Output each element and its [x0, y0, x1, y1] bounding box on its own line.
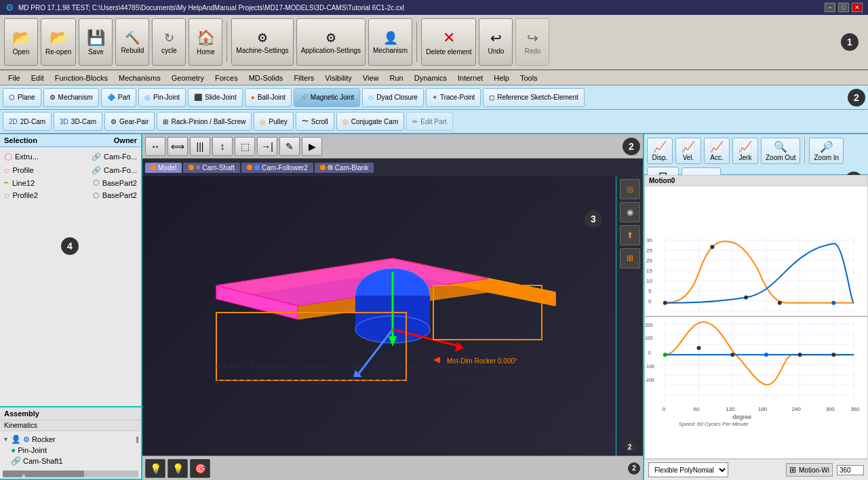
- item-line-label[interactable]: Line12: [12, 179, 35, 187]
- vp-btn-6[interactable]: →|: [257, 137, 277, 156]
- jerk-button[interactable]: 📈 Jerk: [732, 138, 758, 164]
- rack-pinion-button[interactable]: ⊞ Rack-Pinion / Ball-Screw: [157, 112, 252, 131]
- minimize-button[interactable]: −: [825, 3, 835, 12]
- close-button[interactable]: ✕: [852, 3, 863, 12]
- motion-value-input[interactable]: [837, 465, 864, 475]
- maximize-button[interactable]: □: [838, 3, 849, 12]
- tab-cam-blank[interactable]: Cam-Blank: [315, 163, 374, 173]
- reopen-button[interactable]: 📂 Re-open: [41, 18, 76, 66]
- part-button[interactable]: 🔷 Part: [101, 88, 136, 107]
- scroll-button[interactable]: 〜 Scroll: [296, 112, 334, 131]
- svg-marker-10: [455, 342, 464, 352]
- motion-wi-pattern: ⊞: [789, 465, 796, 475]
- menu-internet[interactable]: Internet: [452, 73, 488, 83]
- kinematics-label: Kinematics: [4, 422, 37, 429]
- menu-run[interactable]: Run: [384, 73, 409, 83]
- zoom-out-label: Zoom Out: [766, 154, 795, 161]
- motion-wi-control[interactable]: ⊞ Motion-Wi: [786, 463, 833, 477]
- dyad-closure-button[interactable]: ◇ Dyad Closure: [362, 88, 424, 107]
- menu-forces[interactable]: Forces: [210, 73, 243, 83]
- titlebar-controls[interactable]: − □ ✕: [825, 3, 863, 12]
- bottom-btn-1[interactable]: 💡: [145, 459, 165, 478]
- cycle-button[interactable]: ↻ cycle: [152, 18, 186, 66]
- vel-button[interactable]: 📈 Vel.: [675, 138, 701, 164]
- zoom-in-button[interactable]: 🔎 Zoom In: [809, 138, 844, 164]
- 3d-scene[interactable]: Mot-Dim Rocker 0.000° 3: [142, 176, 643, 456]
- undo-button[interactable]: ↩ Undo: [479, 18, 513, 66]
- plane-button[interactable]: ⬡ Plane: [3, 88, 41, 107]
- menu-file[interactable]: File: [3, 73, 26, 83]
- menu-view[interactable]: View: [357, 73, 384, 83]
- vp-right-btn-2[interactable]: ◉: [620, 202, 640, 222]
- vp-right-btn-4[interactable]: ⊞: [620, 248, 640, 268]
- magnetic-joint-button[interactable]: 🔗 Magnetic Joint: [294, 88, 360, 107]
- mechanism-button[interactable]: 👤 Mechanism: [368, 18, 412, 66]
- menu-md-solids[interactable]: MD-Solids: [243, 73, 289, 83]
- vp-btn-7[interactable]: ✎: [279, 137, 300, 156]
- item-profile-label[interactable]: Profile: [12, 166, 33, 174]
- pulley-button[interactable]: ◎ Pulley: [254, 112, 293, 131]
- menu-visibility[interactable]: Visibility: [319, 73, 357, 83]
- vp-right-btn-3[interactable]: ⬆: [620, 225, 640, 245]
- open-button[interactable]: 📂 Open: [4, 18, 38, 66]
- ball-joint-button[interactable]: ● Ball-Joint: [245, 88, 292, 107]
- save-button[interactable]: 💾 Save: [79, 18, 113, 66]
- jerk-icon: 📈: [738, 140, 752, 153]
- menu-geometry[interactable]: Geometry: [166, 73, 210, 83]
- menu-dynamics[interactable]: Dynamics: [409, 73, 452, 83]
- menu-function-blocks[interactable]: Function-Blocks: [50, 73, 113, 83]
- disp-button[interactable]: 📈 Disp.: [647, 138, 673, 164]
- rebuild-button[interactable]: 🔨 Rebuild: [115, 18, 149, 66]
- menu-tools[interactable]: Tools: [515, 73, 543, 83]
- tab-cam-shaft[interactable]: Cam-Shaft: [183, 163, 240, 173]
- bottom-btn-3[interactable]: 🎯: [190, 459, 210, 478]
- application-settings-button[interactable]: ⚙ Application-Settings: [296, 18, 366, 66]
- scroll-up-btn[interactable]: ▲: [20, 471, 27, 479]
- redo-button[interactable]: ↪ Redo: [515, 18, 549, 66]
- tab-cam-follower2[interactable]: Cam-Follower2: [241, 163, 313, 173]
- machine-settings-button[interactable]: ⚙ Machine-Settings: [231, 18, 293, 66]
- gear-pair-button[interactable]: ⚙ Gear-Pair: [104, 112, 155, 131]
- vp-right-btn-1[interactable]: ◎: [620, 179, 640, 199]
- vp-btn-4[interactable]: ↕: [212, 137, 233, 156]
- rebuild-label: Rebuild: [121, 47, 144, 54]
- vp-btn-2[interactable]: ⟺: [167, 137, 188, 156]
- vp-btn-8[interactable]: ▶: [302, 137, 322, 156]
- home-button[interactable]: 🏠 Home: [189, 18, 222, 66]
- menu-edit[interactable]: Edit: [26, 73, 50, 83]
- edit-part-button[interactable]: ✏ Edit Part: [406, 112, 452, 131]
- slide-joint-button[interactable]: ⬛ Slide-Joint: [188, 88, 243, 107]
- tab-model[interactable]: Model: [145, 163, 182, 173]
- item-extru-label[interactable]: Extru...: [15, 153, 39, 161]
- item-profile2-label[interactable]: Profile2: [12, 191, 37, 199]
- vp-btn-3[interactable]: |||: [190, 137, 210, 156]
- polynomial-dropdown[interactable]: Flexible PolyNomial: [648, 462, 728, 477]
- delete-button[interactable]: ✕ Delete element: [421, 18, 476, 66]
- 3d-viewport[interactable]: Mot-Dim Rocker 0.000° 3 ◎ ◉ ⬆ ⊞: [142, 176, 643, 456]
- tree-item-rocker[interactable]: ▼ 👤 ⚙ Rocker ▐: [3, 434, 138, 445]
- vp-btn-1[interactable]: ↔: [145, 137, 165, 156]
- tree-item-cam-shaft1[interactable]: 🔗 Cam-Shaft1: [3, 456, 138, 466]
- machine-settings-icon: ⚙: [257, 31, 268, 45]
- mechanism-ribbon-button[interactable]: ⚙ Mechanism: [43, 88, 99, 107]
- cycle-label: cycle: [161, 47, 177, 54]
- selection-panel: Selection Owner ⬡ Extru... 🔗 Cam-Fo... ○…: [0, 134, 141, 407]
- reference-sketch-button[interactable]: ◻ Reference Sketch-Element: [483, 88, 585, 107]
- menu-mechanisms[interactable]: Mechanisms: [113, 73, 166, 83]
- trace-point-button[interactable]: ✦ Trace-Point: [426, 88, 481, 107]
- acc-button[interactable]: 📈 Acc.: [704, 138, 730, 164]
- vp-btn-5[interactable]: ⬚: [235, 137, 255, 156]
- pin-joint-button[interactable]: ◎ Pin-Joint: [138, 88, 186, 107]
- menu-help[interactable]: Help: [488, 73, 515, 83]
- menu-filters[interactable]: Filters: [288, 73, 319, 83]
- scrollbar-thumb[interactable]: [3, 471, 84, 477]
- conjugate-cam-button[interactable]: ◎ Conjugate Cam: [336, 112, 404, 131]
- zoom-out-button[interactable]: 🔍 Zoom Out: [761, 138, 800, 164]
- tree-item-pin-joint[interactable]: ● Pin-Joint: [3, 445, 138, 456]
- pin-joint-tree-icon: ●: [11, 445, 16, 455]
- tab-model-label: Model: [158, 164, 176, 172]
- 3d-cam-button[interactable]: 3D 3D-Cam: [54, 112, 102, 131]
- 2d-cam-button[interactable]: 2D 2D-Cam: [3, 112, 52, 131]
- bottom-btn-2[interactable]: 💡: [167, 459, 188, 478]
- badge-2: 2: [848, 89, 865, 106]
